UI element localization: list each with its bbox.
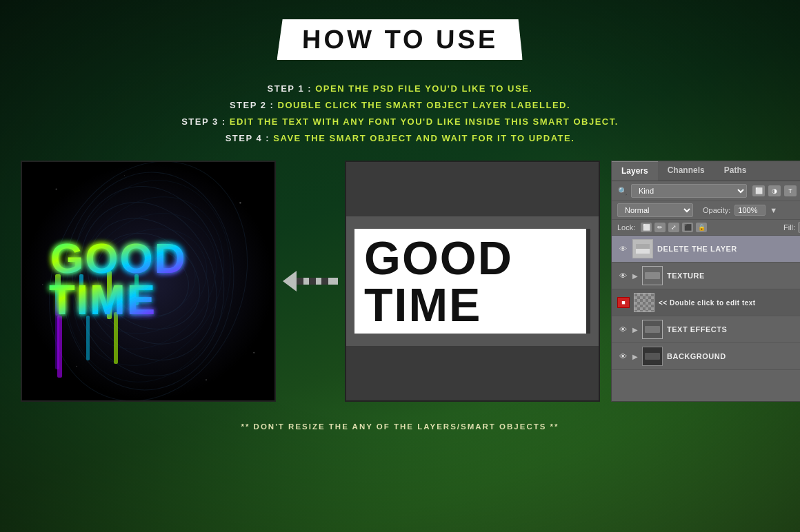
step-4: STEP 4 : SAVE THE SMART OBJECT AND WAIT … [181, 130, 619, 147]
layer-thumb-delete [632, 239, 653, 258]
blend-mode-row: Normal Opacity: ▼ [612, 201, 800, 220]
toolbar-icons: ⬜ ◑ T ⬡ 🔒 [752, 185, 800, 196]
tab-channels[interactable]: Channels [658, 161, 714, 181]
smart-object-preview: GOOD TIME [345, 161, 600, 402]
svg-rect-40 [645, 272, 660, 279]
layer-name-smart: << Double click to edit text [659, 299, 800, 307]
layer-row-smart[interactable]: ■ << Double click to edit text [612, 289, 800, 316]
svg-rect-35 [321, 278, 328, 285]
lock-transform-icon[interactable]: ⤢ [668, 223, 679, 232]
step-2: STEP 2 : DOUBLE CLICK THE SMART OBJECT L… [181, 97, 619, 114]
search-icon: 🔍 [617, 185, 628, 196]
steps-section: STEP 1 : OPEN THE PSD FILE YOU'D LIKE TO… [181, 81, 619, 147]
fill-label: Fill: [783, 223, 795, 232]
good-time-display: GOOD TIME [354, 229, 590, 334]
layer-thumb-text-effects [642, 320, 663, 339]
lock-label: Lock: [617, 223, 635, 232]
svg-point-17 [124, 175, 125, 176]
lock-row: Lock: ⬜ ✏ ⤢ ⬛ 🔒 Fill: ▼ [612, 220, 800, 236]
layer-thumb-texture [642, 266, 663, 285]
preview-image: GOOD TIME GOOD TIME [21, 161, 276, 402]
layer-name-text-effects: TEXT EFFECTS [667, 325, 800, 334]
layer-thumb-smart [634, 293, 654, 312]
background-thumb [643, 347, 662, 365]
footer-notice: ** DON'T RESIZE THE ANY OF THE LAYERS/SM… [241, 422, 559, 431]
step-4-content: SAVE THE SMART OBJECT AND WAIT FOR IT TO… [273, 133, 574, 143]
layer-row-texture[interactable]: 👁 ▶ Texture [612, 263, 800, 289]
type-icon: T [784, 185, 797, 196]
kind-toolbar: 🔍 Kind ⬜ ◑ T ⬡ 🔒 [612, 181, 800, 201]
step-2-label: STEP 2 : [230, 100, 278, 110]
layer-visibility-text-effects[interactable]: 👁 [617, 325, 628, 334]
texture-thumb-preview [643, 267, 662, 285]
page-container: HOW TO USE STEP 1 : OPEN THE PSD FILE YO… [0, 0, 800, 532]
lock-all-icon[interactable]: 🔒 [696, 223, 707, 232]
layer-name-background: Background [667, 352, 800, 360]
layer-row-delete[interactable]: 👁 DELETE THE LAYER [612, 236, 800, 263]
expand-texture-icon[interactable]: ▶ [632, 272, 638, 280]
step-4-label: STEP 4 : [226, 133, 274, 143]
svg-rect-27 [57, 316, 62, 378]
text-effects-thumb [643, 320, 662, 338]
layer-visibility-delete[interactable]: 👁 [617, 244, 628, 254]
svg-rect-44 [645, 353, 660, 360]
layer-visibility-texture[interactable]: 👁 [617, 271, 628, 280]
glowing-text: GOOD TIME GOOD TIME [38, 185, 259, 378]
layer-row-background[interactable]: 👁 ▶ Background [612, 343, 800, 370]
delete-thumb-preview [633, 240, 652, 258]
layers-tabs: Layers Channels Paths ☰ [612, 161, 800, 181]
title-wrapper: HOW TO USE [277, 19, 523, 60]
direction-arrow [283, 264, 338, 298]
opacity-chevron: ▼ [770, 206, 777, 214]
preview-inner: GOOD TIME GOOD TIME [22, 162, 274, 400]
tab-layers[interactable]: Layers [612, 161, 658, 181]
layers-panel: Layers Channels Paths ☰ 🔍 Kind ⬜ ◑ T ⬡ 🔒 [611, 161, 800, 402]
layer-visibility-background[interactable]: 👁 [617, 351, 628, 361]
opacity-label: Opacity: [703, 206, 730, 214]
lock-artboard-icon[interactable]: ⬛ [682, 223, 693, 232]
kind-select[interactable]: Kind [631, 184, 747, 198]
lock-transparency-icon[interactable]: ⬜ [641, 223, 652, 232]
svg-rect-38 [636, 244, 650, 249]
svg-rect-34 [309, 278, 316, 285]
step-3-label: STEP 3 : [181, 116, 230, 127]
svg-point-18 [206, 380, 207, 381]
step-1-label: STEP 1 : [268, 83, 316, 94]
page-title: HOW TO USE [302, 25, 499, 54]
step-3: STEP 3 : EDIT THE TEXT WITH ANY FONT YOU… [181, 114, 619, 130]
step-2-content: DOUBLE CLICK THE SMART OBJECT LAYER LABE… [278, 100, 571, 110]
step-1: STEP 1 : OPEN THE PSD FILE YOU'D LIKE TO… [181, 81, 619, 97]
blend-select[interactable]: Normal [617, 203, 693, 217]
lock-paint-icon[interactable]: ✏ [654, 223, 666, 232]
layer-thumb-background [642, 347, 663, 366]
layer-name-texture: Texture [667, 272, 800, 280]
tab-paths[interactable]: Paths [714, 161, 757, 181]
arrow-area [276, 161, 345, 402]
layer-name-delete: DELETE THE LAYER [657, 245, 800, 253]
pixel-icon: ⬜ [752, 185, 765, 196]
adjust-icon: ◑ [768, 185, 781, 196]
expand-text-effects-icon[interactable]: ▶ [632, 326, 638, 334]
layer-row-text-effects[interactable]: 👁 ▶ TEXT EFFECTS [612, 316, 800, 343]
step-3-content: EDIT THE TEXT WITH ANY FONT YOU'D LIKE I… [230, 116, 619, 127]
svg-text:TIME: TIME [49, 276, 157, 323]
svg-text:GOOD: GOOD [50, 234, 186, 282]
opacity-input[interactable] [734, 205, 766, 216]
svg-rect-42 [645, 326, 660, 333]
step-1-content: OPEN THE PSD FILE YOU'D LIKE TO USE. [315, 83, 532, 94]
expand-background-icon[interactable]: ▶ [632, 353, 638, 360]
svg-rect-33 [297, 278, 303, 285]
content-row: GOOD TIME GOOD TIME [21, 161, 779, 402]
layer-red-badge: ■ [617, 297, 630, 308]
